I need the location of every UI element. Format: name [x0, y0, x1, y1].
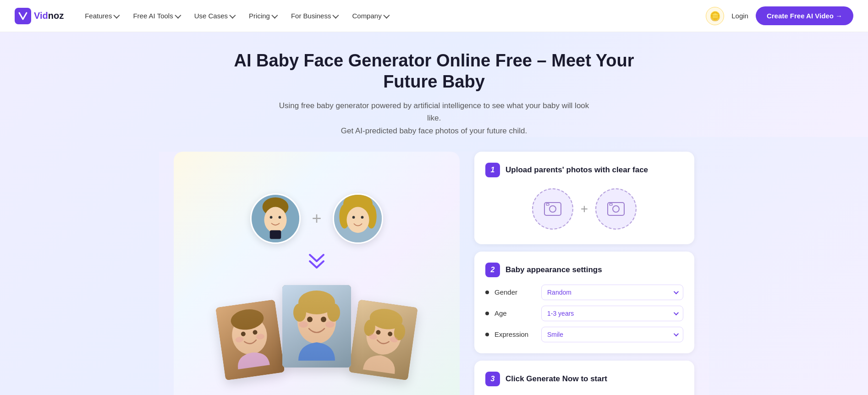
age-select[interactable]: 1-3 years [541, 306, 683, 321]
nav-item-features[interactable]: Features [78, 8, 125, 23]
step2-header: 2 Baby appearance settings [485, 263, 683, 277]
svg-point-4 [279, 216, 281, 219]
plus-sign: + [312, 209, 321, 228]
svg-point-40 [390, 336, 398, 343]
svg-point-10 [346, 207, 369, 233]
svg-point-17 [241, 331, 246, 336]
gender-value: Random [547, 289, 571, 296]
svg-rect-13 [215, 299, 285, 380]
left-panel: + [174, 152, 460, 395]
step3-title: Click Generate Now to start [505, 374, 607, 384]
gender-select[interactable]: Random [541, 285, 683, 300]
svg-point-28 [321, 317, 326, 322]
expression-chevron-icon [674, 331, 679, 336]
expression-row: Expression Smile [485, 327, 683, 342]
nav-item-free-ai-tools[interactable]: Free AI Tools [126, 8, 186, 23]
age-label: Age [494, 309, 536, 317]
svg-point-2 [264, 207, 287, 233]
coin-icon: 🪙 [709, 11, 721, 22]
gender-label: Gender [494, 288, 536, 296]
gender-bullet [485, 291, 489, 294]
coin-button[interactable]: 🪙 [706, 7, 724, 25]
baby-photo-3 [349, 299, 418, 380]
svg-rect-44 [608, 203, 624, 215]
svg-point-36 [393, 323, 407, 341]
svg-point-30 [325, 321, 335, 328]
svg-point-18 [253, 329, 258, 335]
logo-icon [15, 8, 31, 24]
step3-number: 3 [485, 372, 500, 386]
baby-photo-2 [282, 285, 351, 368]
step2-title: Baby appearance settings [505, 265, 602, 274]
svg-point-37 [376, 329, 381, 335]
svg-point-11 [352, 216, 355, 219]
chevron-down-icon [114, 12, 120, 18]
gender-row: Gender Random [485, 285, 683, 300]
double-chevron-icon [305, 253, 328, 271]
age-chevron-icon [674, 310, 679, 315]
svg-point-45 [613, 206, 619, 212]
svg-rect-21 [282, 285, 351, 368]
gender-chevron-icon [674, 289, 679, 294]
nav-item-pricing[interactable]: Pricing [242, 8, 283, 23]
step3-card: 3 Click Generate Now to start [474, 361, 694, 395]
expression-label: Expression [494, 330, 536, 338]
nav-item-for-business[interactable]: For Business [285, 8, 344, 23]
svg-point-34 [368, 307, 404, 331]
age-value: 1-3 years [547, 310, 574, 317]
svg-point-15 [230, 314, 269, 357]
expression-bullet [485, 333, 489, 336]
logo-text: Vidnoz [34, 11, 64, 21]
nav-item-company[interactable]: Company [346, 8, 394, 23]
svg-point-42 [549, 206, 556, 212]
create-free-ai-video-button[interactable]: Create Free AI Video → [756, 6, 853, 25]
svg-point-33 [364, 314, 404, 357]
hero-subtitle: Using free baby generator powered by art… [274, 99, 594, 137]
chevron-down-icon [383, 12, 390, 18]
svg-point-26 [327, 303, 340, 322]
male-parent-avatar[interactable] [250, 193, 301, 244]
baby-photos [219, 285, 414, 368]
step3-header: 3 Click Generate Now to start [485, 372, 683, 386]
female-parent-avatar[interactable] [333, 193, 383, 244]
right-panel: 1 Upload parents' photos with clear face… [474, 152, 694, 395]
upload-mother-button[interactable] [595, 188, 637, 230]
main-content: + [159, 152, 709, 395]
chevron-down-icon [333, 12, 339, 18]
step1-number: 1 [485, 163, 500, 177]
svg-point-35 [363, 319, 376, 337]
step1-header: 1 Upload parents' photos with clear face [485, 163, 683, 177]
svg-point-23 [297, 300, 336, 344]
nav-item-use-cases[interactable]: Use Cases [188, 8, 241, 23]
login-button[interactable]: Login [731, 12, 748, 20]
svg-rect-22 [282, 285, 351, 368]
upload-plus-sign: + [581, 202, 588, 216]
svg-point-38 [388, 331, 393, 336]
logo-link[interactable]: Vidnoz [15, 8, 64, 24]
baby-photo-1 [215, 299, 285, 380]
chevron-down-icon [271, 12, 278, 18]
upload-father-button[interactable] [532, 188, 573, 230]
expression-select[interactable]: Smile [541, 327, 683, 342]
svg-point-39 [368, 333, 377, 340]
svg-point-3 [270, 216, 273, 219]
svg-rect-14 [215, 299, 285, 380]
step2-number: 2 [485, 263, 500, 277]
svg-rect-41 [544, 203, 561, 215]
svg-rect-43 [546, 203, 549, 205]
svg-point-19 [235, 336, 244, 343]
svg-point-24 [298, 291, 335, 314]
svg-point-20 [256, 333, 264, 340]
svg-rect-46 [610, 203, 612, 205]
parents-row: + [250, 193, 383, 244]
hero-title: AI Baby Face Generator Online Free – Mee… [228, 50, 640, 92]
expression-value: Smile [547, 331, 563, 338]
svg-rect-32 [349, 299, 418, 380]
age-row: Age 1-3 years [485, 306, 683, 321]
age-bullet [485, 312, 489, 315]
chevron-down-icon [229, 12, 236, 18]
navbar: Vidnoz Features Free AI Tools Use Cases … [0, 0, 868, 32]
step1-title: Upload parents' photos with clear face [505, 165, 648, 175]
step1-card: 1 Upload parents' photos with clear face… [474, 152, 694, 244]
svg-point-12 [361, 216, 363, 219]
